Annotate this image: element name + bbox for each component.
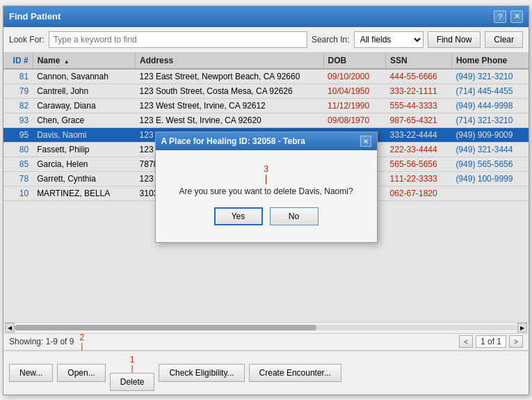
prev-page-button[interactable]: < (459, 335, 473, 348)
search-in-select[interactable]: All fields Name DOB SSN ID (354, 31, 424, 48)
patient-table-area[interactable]: ID # Name ▲ Address DOB SSN Home Phone 8… (3, 53, 529, 323)
modal-body: 3 | Are you sure you want to delete Davi… (156, 150, 377, 242)
showing-text: Showing: 1-9 of 9 (9, 337, 74, 346)
title-bar: Find Patient ? ✕ (3, 6, 529, 27)
modal-buttons: Yes No (167, 207, 366, 235)
look-for-label: Look For: (9, 35, 45, 45)
pagination: < 1 of 1 > (459, 335, 523, 348)
modal-close-button[interactable]: ✕ (360, 136, 371, 147)
no-button[interactable]: No (270, 207, 319, 225)
step1-indicator: 1 | (130, 355, 135, 373)
scrollbar-track[interactable] (15, 325, 517, 330)
confirm-dialog: A Place for Healing ID: 32058 - Tebra ✕ … (155, 131, 378, 243)
step3-indicator: 3 | (264, 164, 268, 184)
find-patient-window: Find Patient ? ✕ Look For: Search In: Al… (3, 6, 529, 395)
create-encounter-button[interactable]: Create Encounter... (249, 364, 341, 382)
modal-title: A Place for Healing ID: 32058 - Tebra (161, 136, 305, 146)
next-page-button[interactable]: > (509, 335, 523, 348)
new-button[interactable]: New... (9, 364, 53, 382)
yes-button[interactable]: Yes (214, 207, 263, 225)
modal-title-bar: A Place for Healing ID: 32058 - Tebra ✕ (156, 132, 377, 150)
modal-overlay: A Place for Healing ID: 32058 - Tebra ✕ … (3, 53, 529, 322)
title-bar-controls: ? ✕ (494, 10, 523, 23)
confirm-message: Are you sure you want to delete Davis, N… (167, 186, 366, 196)
open-button[interactable]: Open... (57, 364, 105, 382)
search-in-label: Search In: (312, 35, 350, 45)
step2-indicator: 2 | (79, 333, 84, 351)
window-title: Find Patient (9, 11, 61, 22)
find-now-button[interactable]: Find Now (428, 31, 481, 48)
clear-button[interactable]: Clear (485, 31, 523, 48)
scroll-left-button[interactable]: ◀ (5, 323, 15, 333)
status-bar: Showing: 1-9 of 9 2 | < 1 of 1 > (3, 334, 529, 351)
search-input[interactable] (49, 31, 307, 48)
toolbar: Look For: Search In: All fields Name DOB… (3, 27, 529, 53)
close-button[interactable]: ✕ (510, 10, 523, 23)
help-button[interactable]: ? (494, 10, 506, 23)
scroll-right-button[interactable]: ▶ (517, 323, 527, 333)
footer-bar: New... Open... 1 | Delete Check Eligibil… (3, 351, 529, 394)
page-display: 1 of 1 (476, 335, 506, 348)
check-eligibility-button[interactable]: Check Eligibility... (159, 364, 244, 382)
scrollbar-thumb[interactable] (15, 325, 316, 330)
delete-button[interactable]: Delete (110, 373, 155, 391)
